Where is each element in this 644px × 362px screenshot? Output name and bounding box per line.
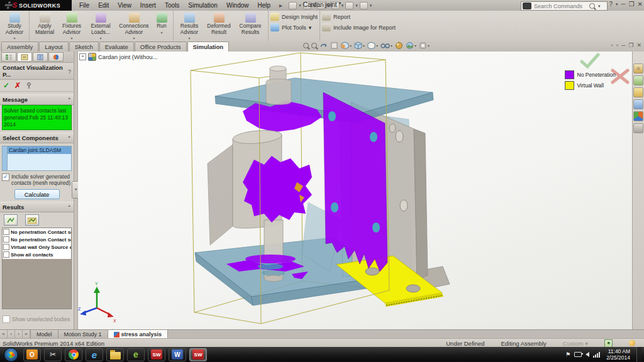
rebuild-icon[interactable]: [345, 2, 353, 9]
tree-node-label[interactable]: Cardan joint (Withou...: [98, 53, 158, 60]
study-advisor-button[interactable]: Study Advisor▾: [2, 12, 27, 43]
taskbar-edrawings-icon[interactable]: e: [127, 348, 145, 361]
doc-minimize-button[interactable]: ─: [621, 42, 625, 48]
result-checkbox[interactable]: [3, 236, 9, 243]
components-listbox[interactable]: Cardan joint.SLDASM: [2, 146, 72, 171]
design-insight-button[interactable]: Design Insight: [270, 13, 318, 21]
taskbar-word-icon[interactable]: W: [169, 348, 186, 361]
tree-expand-icon[interactable]: +: [79, 53, 86, 60]
search-scope-icon[interactable]: [523, 3, 531, 9]
doc-restore-button[interactable]: ❐: [628, 42, 633, 48]
options-dropdown-icon[interactable]: ▾: [370, 3, 372, 8]
rebuild-dropdown-icon[interactable]: ▾: [355, 3, 358, 8]
cancel-button[interactable]: ✗: [14, 81, 21, 90]
result-item[interactable]: Virtual wall Only Source elem: [3, 243, 71, 251]
speaker-icon[interactable]: [586, 352, 589, 357]
doc-cascade-icon[interactable]: ▫: [616, 42, 618, 48]
taskbar-internet-explorer-icon[interactable]: e: [86, 348, 103, 361]
deformed-result-button[interactable]: Deformed Result: [203, 12, 235, 36]
section-view-icon[interactable]: ▾: [341, 41, 352, 50]
apply-material-button[interactable]: Apply Material: [31, 12, 58, 36]
compare-results-button[interactable]: Compare Results: [235, 12, 266, 36]
minimize-button[interactable]: ─: [621, 1, 626, 8]
results-section-header[interactable]: Results⌃: [0, 202, 74, 212]
appearances-icon[interactable]: [633, 111, 643, 121]
ok-button[interactable]: ✓: [3, 81, 9, 90]
search-icon[interactable]: [589, 3, 595, 9]
new-dropdown-icon[interactable]: ▾: [299, 3, 301, 8]
panel-help-icon[interactable]: ?: [68, 68, 71, 75]
quick-tip-icon[interactable]: [629, 340, 635, 346]
tab-evaluate[interactable]: Evaluate: [99, 41, 134, 52]
zoom-to-fit-icon[interactable]: [303, 43, 309, 48]
view-settings-icon[interactable]: ▾: [419, 41, 430, 50]
property-manager-tab[interactable]: [17, 52, 32, 62]
run-button[interactable]: Run▾: [152, 12, 171, 36]
contact-folder-icon[interactable]: [25, 214, 39, 226]
print-dropdown-icon[interactable]: ▾: [341, 3, 344, 8]
first-tab-icon[interactable]: «: [0, 330, 8, 339]
options-icon[interactable]: [360, 2, 368, 9]
action-center-flag-icon[interactable]: ⚑: [565, 351, 570, 358]
result-item[interactable]: Show all contacts: [3, 251, 71, 258]
menu-simulation[interactable]: Simulation: [188, 2, 218, 9]
last-tab-icon[interactable]: »: [23, 330, 30, 339]
prev-tab-icon[interactable]: ‹: [8, 330, 15, 339]
feature-tree-tab[interactable]: [1, 52, 16, 62]
menu-view[interactable]: View: [118, 2, 131, 9]
external-loads-button[interactable]: External Loads...▾: [86, 12, 116, 43]
open-icon[interactable]: [303, 2, 311, 9]
report-button[interactable]: Report: [322, 13, 350, 21]
taskbar-explorer-icon[interactable]: [106, 348, 124, 361]
menu-help[interactable]: Help: [258, 2, 271, 9]
taskbar-outlook-icon[interactable]: O: [23, 348, 41, 361]
display-style-icon[interactable]: ▾: [367, 41, 378, 50]
next-tab-icon[interactable]: ›: [15, 330, 23, 339]
apply-scene-icon[interactable]: ▾: [406, 41, 416, 50]
graphics-viewport[interactable]: Y Z X + Cardan joint (Withou... No Penet…: [78, 52, 632, 329]
hide-show-items-icon[interactable]: ▾: [380, 41, 392, 50]
help-icon[interactable]: ?: [609, 1, 613, 8]
pin-icon[interactable]: [26, 82, 33, 89]
menu-tools[interactable]: Tools: [165, 2, 179, 9]
calculate-button[interactable]: Calculate: [14, 189, 60, 199]
taskbar-clock[interactable]: 11:40 AM 2/25/2014: [606, 348, 630, 361]
save-dropdown-icon[interactable]: ▾: [327, 3, 330, 8]
taskbar-solidworks-active-icon[interactable]: SW: [189, 348, 207, 361]
print-icon[interactable]: [331, 2, 340, 9]
tab-office-products[interactable]: Office Products: [135, 41, 187, 52]
doc-new-window-icon[interactable]: ▫: [611, 42, 613, 48]
show-unselected-checkbox[interactable]: [3, 315, 10, 323]
network-icon[interactable]: [593, 352, 600, 358]
result-checkbox[interactable]: [3, 251, 9, 258]
search-input[interactable]: [533, 3, 589, 10]
rotate-view-icon[interactable]: [319, 41, 328, 50]
tab-assembly[interactable]: Assembly: [1, 41, 38, 52]
resources-home-icon[interactable]: ⌂: [633, 63, 643, 74]
tag-icon[interactable]: ■: [604, 339, 613, 348]
results-advisor-button[interactable]: Results Advisor▾: [175, 12, 203, 43]
tab-stress-analysis[interactable]: stress analysis: [108, 330, 169, 339]
result-item[interactable]: No penetration Contact set N: [3, 228, 71, 236]
connections-advisor-button[interactable]: Connections Advisor▾: [116, 12, 152, 43]
select-components-section-header[interactable]: Select Components⌃: [0, 133, 74, 143]
results-list[interactable]: No penetration Contact set N No penetrat…: [2, 228, 72, 309]
tab-motion-study-1[interactable]: Motion Study 1: [58, 330, 108, 339]
result-checkbox[interactable]: [3, 244, 9, 250]
show-desktop-button[interactable]: [636, 347, 641, 362]
model-canvas[interactable]: Y Z X: [78, 52, 632, 329]
component-list-item[interactable]: Cardan joint.SLDASM: [8, 146, 71, 154]
plot-tools-button[interactable]: Plot Tools▾: [270, 23, 311, 31]
fixtures-advisor-button[interactable]: Fixtures Advisor▾: [58, 12, 86, 43]
battery-icon[interactable]: [574, 352, 582, 357]
result-checkbox[interactable]: [3, 229, 9, 235]
file-explorer-icon[interactable]: [633, 87, 643, 97]
display-manager-tab[interactable]: [48, 52, 64, 62]
menu-file[interactable]: File: [79, 2, 89, 9]
include-image-for-report-button[interactable]: Include Image for Report: [322, 23, 396, 31]
view-palette-icon[interactable]: [633, 99, 643, 109]
taskbar-chrome-icon[interactable]: [65, 348, 82, 361]
solver-contacts-checkbox-row[interactable]: ✓ Include solver generated contacts (mes…: [2, 173, 72, 186]
configuration-selector[interactable]: Custom ▾: [563, 340, 588, 347]
new-document-icon[interactable]: [289, 2, 297, 9]
